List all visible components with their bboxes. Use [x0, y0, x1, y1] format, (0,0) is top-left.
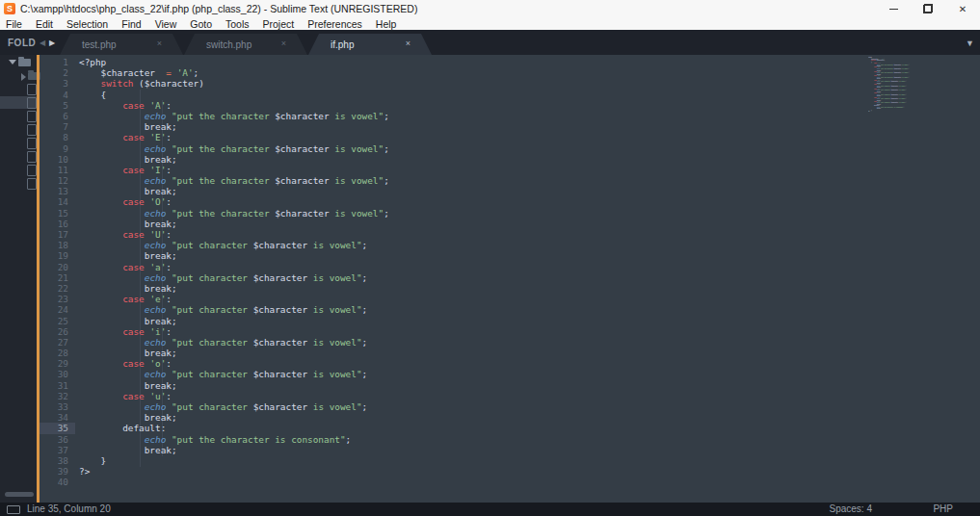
- code-line: case 'A':: [79, 100, 389, 111]
- cursor-position-status: Line 35, Column 20: [27, 503, 111, 514]
- file-icon: [27, 151, 37, 163]
- line-number: 13: [40, 186, 75, 196]
- code-line: case 'O':: [79, 196, 389, 207]
- minimap[interactable]: <?php $character = 'A'; switch ($charact…: [866, 55, 980, 503]
- file-icon: [27, 111, 37, 122]
- sidebar-file-row[interactable]: [0, 110, 37, 122]
- line-number: 11: [40, 165, 75, 175]
- menu-item-tools[interactable]: Tools: [225, 18, 250, 30]
- status-bar: Line 35, Column 20 Spaces: 4 PHP: [0, 503, 980, 516]
- code-line: break;: [79, 316, 389, 326]
- menu-item-selection[interactable]: Selection: [66, 18, 108, 30]
- code-line: break;: [79, 348, 389, 358]
- close-icon: ✕: [959, 4, 967, 14]
- code-line: break;: [79, 445, 389, 455]
- line-number: 31: [40, 380, 75, 391]
- code-line: break;: [79, 219, 389, 229]
- code-editor[interactable]: 1234567891011121314151617181920212223242…: [40, 55, 980, 503]
- line-number: 25: [40, 316, 75, 326]
- code-line: case 'o':: [79, 358, 389, 369]
- code-line: break;: [79, 154, 389, 165]
- tab-overflow-icon[interactable]: ▼: [966, 39, 974, 48]
- file-icon: [27, 165, 37, 176]
- code-line: break;: [79, 283, 389, 294]
- tab-label: switch.php: [206, 39, 252, 50]
- tab-close-icon[interactable]: ×: [281, 39, 286, 48]
- sidebar-folder-row[interactable]: [0, 69, 37, 82]
- code-line: echo "put the character $character is vo…: [79, 143, 389, 154]
- indentation-status[interactable]: Spaces: 4: [830, 503, 872, 514]
- vintage-mode-icon[interactable]: [7, 505, 20, 514]
- sidebar-file-row[interactable]: [0, 123, 37, 136]
- menu-item-goto[interactable]: Goto: [190, 18, 212, 30]
- tab-test.php[interactable]: test.php×: [60, 34, 183, 55]
- code-line: break;: [79, 250, 389, 261]
- code-line: default:: [79, 423, 389, 433]
- code-line: case 'a':: [79, 262, 389, 272]
- code-line: break;: [79, 186, 389, 196]
- tab-close-icon[interactable]: ×: [157, 39, 162, 48]
- line-number: 38: [40, 455, 75, 466]
- close-button[interactable]: ✕: [945, 0, 980, 17]
- code-line: }: [79, 455, 389, 466]
- tab-bar: FOLD ◀ ▶ test.php×switch.php×if.php× ▼: [0, 30, 980, 55]
- line-number: 22: [40, 283, 75, 294]
- tab-if.php[interactable]: if.php×: [308, 34, 432, 55]
- expand-arrow-icon[interactable]: [9, 60, 16, 64]
- line-number: 40: [40, 477, 75, 487]
- code-line: break;: [79, 121, 389, 132]
- code-line: case 'e':: [79, 294, 389, 304]
- line-number: 17: [40, 229, 75, 240]
- sidebar-file-row[interactable]: [0, 150, 37, 163]
- menu-item-help[interactable]: Help: [376, 18, 397, 30]
- line-number: 15: [40, 208, 75, 219]
- minimap-content: <?php $character = 'A'; switch ($charact…: [868, 57, 965, 114]
- restore-button[interactable]: [911, 0, 945, 17]
- sidebar-file-row[interactable]: [0, 164, 37, 176]
- line-number: 33: [40, 401, 75, 412]
- sidebar-file-row[interactable]: [0, 83, 37, 95]
- line-number: 29: [40, 358, 75, 369]
- tab-close-icon[interactable]: ×: [406, 39, 411, 48]
- code-line: case 'U':: [79, 229, 389, 240]
- sidebar-horizontal-scrollbar[interactable]: [5, 492, 34, 497]
- tab-scroll-right-icon[interactable]: ▶: [49, 39, 55, 47]
- sidebar-folder-row[interactable]: [0, 56, 37, 68]
- menu-item-file[interactable]: File: [6, 18, 22, 30]
- menu-item-find[interactable]: Find: [121, 18, 141, 30]
- sidebar-file-row[interactable]: [0, 96, 37, 109]
- line-number: 30: [40, 369, 75, 379]
- line-number: 2: [40, 67, 75, 78]
- side-bar: [0, 55, 37, 503]
- sidebar-file-row[interactable]: [0, 137, 37, 149]
- code-line: echo "put the character $character is vo…: [79, 208, 389, 219]
- line-number: 6: [40, 111, 75, 121]
- menu-item-preferences[interactable]: Preferences: [307, 18, 362, 30]
- line-number: 36: [40, 434, 75, 445]
- folder-open-icon: [18, 59, 31, 66]
- menu-item-edit[interactable]: Edit: [36, 18, 53, 30]
- code-line: echo "put character $character is vowel"…: [79, 272, 389, 283]
- code-line: [868, 113, 965, 114]
- sidebar-file-row[interactable]: [0, 177, 37, 190]
- code-line: case 'I':: [79, 165, 389, 175]
- menu-item-project[interactable]: Project: [263, 18, 295, 30]
- syntax-status[interactable]: PHP: [933, 503, 953, 514]
- tab-label: if.php: [331, 39, 354, 50]
- code-line: echo "put character $character is vowel"…: [79, 369, 389, 379]
- code-line: echo "put character $character is vowel"…: [79, 401, 389, 412]
- code-line: $character = 'A';: [79, 67, 389, 78]
- menu-item-view[interactable]: View: [155, 18, 177, 30]
- line-number: 35: [40, 423, 75, 433]
- menu-bar: FileEditSelectionFindViewGotoToolsProjec…: [0, 17, 980, 30]
- minimize-button[interactable]: [876, 0, 911, 17]
- collapse-arrow-icon[interactable]: [21, 73, 26, 81]
- tab-switch.php[interactable]: switch.php×: [184, 34, 307, 55]
- tab-scroll-left-icon[interactable]: ◀: [40, 39, 45, 47]
- line-number-gutter: 1234567891011121314151617181920212223242…: [40, 57, 75, 488]
- code-line: [79, 477, 389, 487]
- line-number: 10: [40, 154, 75, 165]
- code-line: case 'E':: [79, 132, 389, 142]
- file-icon: [27, 124, 37, 136]
- line-number: 7: [40, 121, 75, 132]
